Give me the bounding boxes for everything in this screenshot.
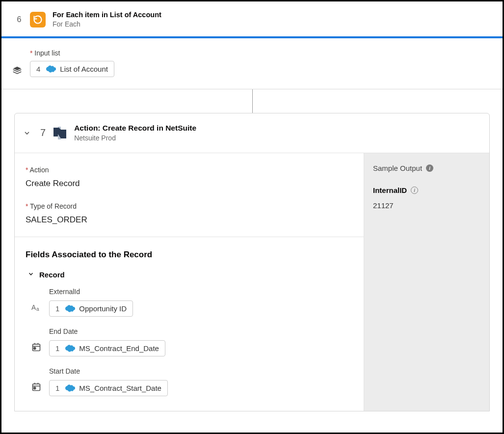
svg-rect-1 bbox=[61, 130, 66, 138]
salesforce-cloud-icon bbox=[45, 65, 56, 73]
connector-line bbox=[252, 89, 253, 113]
record-type-field[interactable]: * Type of Record SALES_ORDER bbox=[26, 202, 353, 225]
token-text: List of Account bbox=[60, 65, 108, 73]
loop-icon bbox=[30, 12, 46, 27]
field-label: ExternalId bbox=[49, 288, 353, 296]
netsuite-icon bbox=[53, 126, 67, 140]
info-icon[interactable]: i bbox=[426, 164, 433, 172]
step-7-config-pane: * Action Create Record * Type of Record … bbox=[15, 153, 364, 411]
record-group-label: Record bbox=[39, 271, 65, 279]
sample-output-title: Sample Output bbox=[373, 164, 422, 172]
workflow-editor-frame: 6 For Each item in List of Account For E… bbox=[0, 0, 504, 434]
required-asterisk: * bbox=[30, 49, 32, 57]
field-start-date: Start Date 1 MS_Contract_Start_Date bbox=[49, 367, 353, 396]
salesforce-cloud-icon bbox=[64, 345, 75, 352]
input-list-token[interactable]: 4 List of Account bbox=[30, 61, 114, 77]
start-date-token[interactable]: 1 MS_Contract_Start_Date bbox=[49, 380, 168, 396]
step-7-card: 7 Action: Create Record in NetSuite Nets… bbox=[14, 113, 490, 411]
date-type-icon bbox=[31, 382, 41, 394]
sample-output-value: 21127 bbox=[373, 201, 480, 210]
action-field[interactable]: * Action Create Record bbox=[26, 166, 353, 189]
input-list-label: * Input list bbox=[30, 49, 493, 57]
step-6-header[interactable]: 6 For Each item in List of Account For E… bbox=[1, 1, 503, 36]
connector-zone bbox=[1, 89, 503, 113]
chevron-down-icon bbox=[27, 271, 34, 279]
sample-output-key: InternalID bbox=[373, 186, 407, 194]
external-id-token[interactable]: 1 Opportunity ID bbox=[49, 300, 133, 317]
list-icon bbox=[12, 66, 22, 78]
chevron-down-icon[interactable] bbox=[23, 129, 31, 137]
svg-point-10 bbox=[34, 347, 36, 349]
step-7-title: Action: Create Record in NetSuite bbox=[74, 123, 196, 134]
sample-output-pane: Sample Output i InternalID i 21127 bbox=[364, 153, 489, 411]
field-end-date: End Date 1 MS_Contract_End_Date bbox=[49, 327, 353, 356]
date-type-icon bbox=[31, 342, 41, 354]
svg-point-15 bbox=[34, 387, 36, 389]
record-group-toggle[interactable]: Record bbox=[27, 271, 353, 279]
svg-text:A: A bbox=[31, 303, 36, 311]
step-6-subtitle: For Each bbox=[53, 20, 161, 28]
action-value: Create Record bbox=[26, 179, 80, 188]
text-type-icon: Aa bbox=[31, 302, 42, 314]
svg-text:a: a bbox=[36, 306, 39, 312]
step-6-title: For Each item in List of Account bbox=[53, 10, 161, 20]
field-external-id: Aa ExternalId 1 Opportunity ID bbox=[49, 288, 353, 317]
fields-section-title: Fields Associated to the Record bbox=[26, 250, 353, 260]
input-list-section: * Input list 4 List of Account bbox=[1, 38, 503, 89]
field-label: End Date bbox=[49, 327, 353, 335]
token-step-number: 4 bbox=[36, 65, 40, 73]
step-6-number: 6 bbox=[15, 15, 23, 24]
step-7-number: 7 bbox=[40, 127, 46, 138]
field-label: Start Date bbox=[49, 367, 353, 375]
salesforce-cloud-icon bbox=[64, 305, 75, 312]
end-date-token[interactable]: 1 MS_Contract_End_Date bbox=[49, 340, 165, 356]
salesforce-cloud-icon bbox=[64, 384, 75, 392]
info-icon[interactable]: i bbox=[411, 187, 418, 194]
record-type-value: SALES_ORDER bbox=[26, 215, 87, 224]
step-7-header[interactable]: 7 Action: Create Record in NetSuite Nets… bbox=[15, 113, 489, 153]
step-7-subtitle: Netsuite Prod bbox=[74, 134, 196, 143]
